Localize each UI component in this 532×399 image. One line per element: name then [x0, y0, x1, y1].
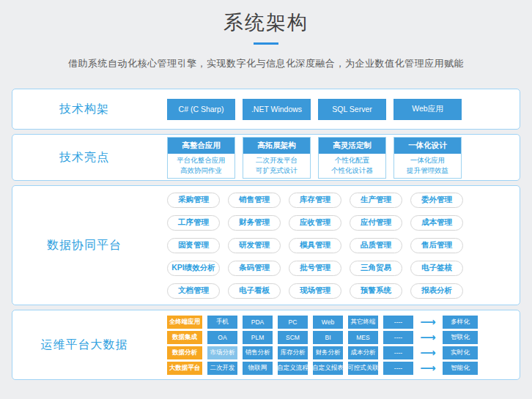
ops-chip-more[interactable]: ---- [383, 346, 413, 359]
tech-highlights-label: 技术亮点 [12, 150, 156, 165]
module-button[interactable]: 模具管理 [289, 238, 341, 253]
ops-chip[interactable]: 其它终端 [348, 316, 378, 329]
tech-button-web-app[interactable]: Web应用 [394, 99, 462, 120]
tech-button-net-windows[interactable]: .NET Windows [243, 99, 311, 120]
ops-chip-more[interactable]: ---- [383, 316, 413, 329]
module-button[interactable]: KPI绩效分析 [167, 261, 220, 276]
module-button[interactable]: 财务管理 [228, 215, 281, 231]
category-tag: 数据分析 [167, 346, 202, 359]
card-line: 提升管理效益 [394, 165, 461, 176]
highlight-card-integration: 高整合应用 平台化整合应用 高效协同作业 [167, 137, 235, 179]
module-button[interactable]: 售后管理 [410, 238, 463, 253]
ops-chip[interactable]: PDA [243, 316, 273, 329]
ops-chip[interactable]: BI [313, 331, 343, 344]
panel-tech-highlights: 技术亮点 高整合应用 平台化整合应用 高效协同作业 高拓展架构 二次开发平台 可… [12, 134, 520, 181]
highlight-card-extensibility: 高拓展架构 二次开发平台 可扩充式设计 [243, 137, 311, 179]
ops-row-integration: 数据集成 OA PLM SCM BI MES ---- ⟶ 智联化 [167, 331, 511, 344]
module-button[interactable]: 预警系统 [350, 283, 402, 299]
module-button[interactable]: 品质管理 [350, 238, 402, 253]
ops-chip[interactable]: 成本分析 [348, 346, 378, 359]
title-underline [254, 42, 278, 45]
arrow-right-icon: ⟶ [418, 362, 437, 375]
card-line: 一体化应用 [394, 155, 461, 165]
module-button[interactable]: 批号管理 [289, 261, 341, 276]
ops-result-chip[interactable]: 实时化 [443, 346, 478, 359]
card-line: 平台化整合应用 [168, 155, 234, 165]
page-title: 系统架构 [0, 10, 532, 36]
category-tag: 大数据平台 [167, 362, 202, 375]
arrow-right-icon: ⟶ [418, 331, 437, 344]
module-button[interactable]: 销售管理 [228, 193, 281, 208]
card-line: 高效协同作业 [168, 165, 234, 176]
ops-chip[interactable]: 自定义流程 [278, 362, 308, 375]
grid-row: 工序管理 财务管理 应收管理 应付管理 成本管理 [167, 215, 511, 231]
panel-data-platform: 数据协同平台 采购管理 销售管理 库存管理 生产管理 委外管理 工序管理 财务管… [12, 185, 520, 305]
data-platform-grid: 采购管理 销售管理 库存管理 生产管理 委外管理 工序管理 财务管理 应收管理 … [156, 193, 520, 299]
module-button[interactable]: 委外管理 [410, 193, 463, 208]
ops-platform-rows: 全终端应用 手机 PDA PC Web 其它终端 ---- ⟶ 多样化 数据集成… [156, 316, 520, 375]
card-line: 个性化配置 [319, 155, 385, 165]
highlight-card-customization: 高灵活定制 个性化配置 个性化设计器 [318, 137, 386, 179]
ops-chip[interactable]: 二次开发 [207, 362, 237, 375]
panels-container: 技术构架 C# (C Sharp) .NET Windows SQL Serve… [12, 89, 520, 380]
tech-highlights-cards: 高整合应用 平台化整合应用 高效协同作业 高拓展架构 二次开发平台 可扩充式设计… [156, 137, 520, 179]
tech-framework-label: 技术构架 [12, 102, 156, 117]
page-header: 系统架构 借助系统自动化核心管理引擎，实现数字化与信息化深度融合，为企业数值化管… [0, 0, 532, 70]
tech-button-sql-server[interactable]: SQL Server [318, 99, 386, 120]
card-title: 高拓展架构 [243, 138, 310, 154]
ops-chip[interactable]: 手机 [207, 316, 237, 329]
ops-platform-label: 运维平台大数据 [12, 338, 156, 353]
ops-chip[interactable]: 库存分析 [278, 346, 308, 359]
module-button[interactable]: 固资管理 [167, 238, 220, 253]
ops-row-analysis: 数据分析 市场分析 销售分析 库存分析 财务分析 成本分析 ---- ⟶ 实时化 [167, 346, 511, 359]
module-button[interactable]: 电子看板 [228, 283, 281, 299]
module-button[interactable]: 应付管理 [350, 215, 402, 231]
module-button[interactable]: 文档管理 [167, 283, 220, 299]
highlight-card-unified-design: 一体化设计 一体化应用 提升管理效益 [394, 137, 462, 179]
ops-chip[interactable]: 市场分析 [207, 346, 237, 359]
module-button[interactable]: 工序管理 [167, 215, 220, 231]
ops-chip[interactable]: 物联网 [243, 362, 273, 375]
module-button[interactable]: 报表分析 [410, 283, 463, 299]
ops-row-bigdata: 大数据平台 二次开发 物联网 自定义流程 自定义报表 可控式关联 ---- ⟶ … [167, 362, 511, 375]
ops-chip[interactable]: PC [278, 316, 308, 329]
module-button[interactable]: 三角贸易 [350, 261, 402, 276]
module-button[interactable]: 生产管理 [350, 193, 402, 208]
ops-chip[interactable]: Web [313, 316, 343, 329]
ops-result-chip[interactable]: 智能化 [443, 362, 478, 375]
arrow-right-icon: ⟶ [418, 316, 437, 329]
ops-chip-more[interactable]: ---- [383, 331, 413, 344]
ops-result-chip[interactable]: 智联化 [443, 331, 478, 344]
grid-row: 文档管理 电子看板 现场管理 预警系统 报表分析 [167, 283, 511, 299]
ops-chip[interactable]: 可控式关联 [348, 362, 378, 375]
ops-chip[interactable]: SCM [278, 331, 308, 344]
system-architecture-page: 系统架构 借助系统自动化核心管理引擎，实现数字化与信息化深度融合，为企业数值化管… [0, 0, 532, 399]
ops-row-terminals: 全终端应用 手机 PDA PC Web 其它终端 ---- ⟶ 多样化 [167, 316, 511, 329]
card-line: 二次开发平台 [243, 155, 310, 165]
module-button[interactable]: 研发管理 [228, 238, 281, 253]
module-button[interactable]: 库存管理 [289, 193, 341, 208]
module-button[interactable]: 现场管理 [289, 283, 341, 299]
arrow-right-icon: ⟶ [418, 346, 437, 359]
grid-row: 固资管理 研发管理 模具管理 品质管理 售后管理 [167, 238, 511, 253]
category-tag: 数据集成 [167, 331, 202, 344]
ops-chip[interactable]: MES [348, 331, 378, 344]
tech-framework-buttons: C# (C Sharp) .NET Windows SQL Server Web… [156, 99, 520, 120]
ops-result-chip[interactable]: 多样化 [443, 316, 478, 329]
ops-chip[interactable]: 财务分析 [313, 346, 343, 359]
module-button[interactable]: 条码管理 [228, 261, 281, 276]
ops-chip[interactable]: 销售分析 [243, 346, 273, 359]
ops-chip[interactable]: 自定义报表 [313, 362, 343, 375]
grid-row: KPI绩效分析 条码管理 批号管理 三角贸易 电子签核 [167, 261, 511, 276]
tech-button-csharp[interactable]: C# (C Sharp) [167, 99, 235, 120]
ops-chip-more[interactable]: ---- [383, 362, 413, 375]
module-button[interactable]: 成本管理 [410, 215, 463, 231]
card-title: 高灵活定制 [319, 138, 385, 154]
ops-chip[interactable]: PLM [243, 331, 273, 344]
grid-row: 采购管理 销售管理 库存管理 生产管理 委外管理 [167, 193, 511, 208]
module-button[interactable]: 电子签核 [410, 261, 463, 276]
panel-ops-platform: 运维平台大数据 全终端应用 手机 PDA PC Web 其它终端 ---- ⟶ … [12, 310, 520, 380]
ops-chip[interactable]: OA [207, 331, 237, 344]
module-button[interactable]: 采购管理 [167, 193, 220, 208]
module-button[interactable]: 应收管理 [289, 215, 341, 231]
